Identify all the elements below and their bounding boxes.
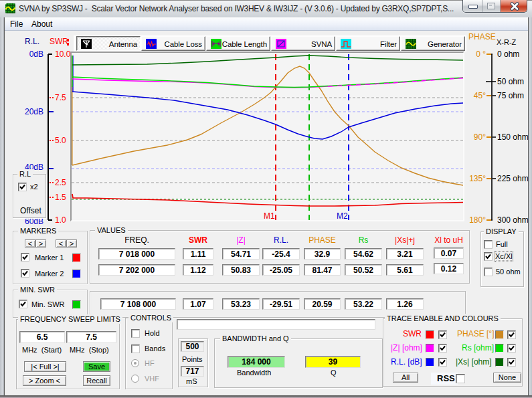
- svg-text:M1: M1: [264, 211, 275, 220]
- svg-text:M2: M2: [337, 211, 348, 220]
